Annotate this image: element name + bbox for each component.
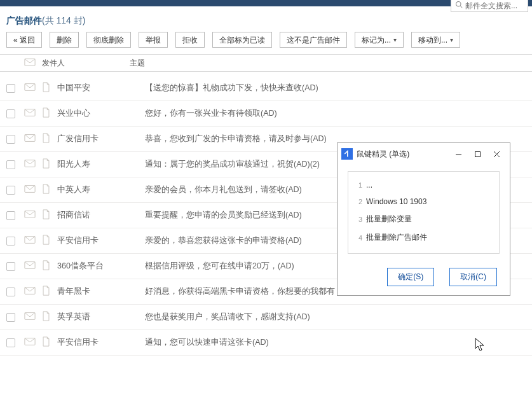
envelope-icon <box>24 159 36 170</box>
file-icon <box>42 286 50 298</box>
option-number: 2 <box>356 198 362 205</box>
global-search[interactable] <box>451 0 528 12</box>
column-subject[interactable]: 主题 <box>130 58 527 69</box>
macro-dialog: 鼠键精灵 (单选) 1...2Windows 10 19033批量删除变量4批量… <box>337 142 510 296</box>
mail-sender: 360借条平台 <box>57 261 145 272</box>
file-icon <box>42 209 50 221</box>
reject-button[interactable]: 拒收 <box>175 32 205 48</box>
file-icon <box>42 184 50 196</box>
option-list: 1...2Windows 10 19033批量删除变量4批量删除广告邮件 <box>348 171 500 254</box>
option-item[interactable]: 2Windows 10 1903 <box>355 193 493 210</box>
mail-sender: 英孚英语 <box>57 312 145 322</box>
row-checkbox[interactable] <box>6 211 15 220</box>
row-checkbox[interactable] <box>6 338 15 347</box>
file-icon <box>42 82 50 94</box>
mark-as-label: 标记为... <box>362 35 391 45</box>
mail-subject: 您也是获奖用户，奖品请收下，感谢支持(AD) <box>145 312 527 322</box>
close-button[interactable] <box>487 148 506 160</box>
file-icon <box>42 158 50 170</box>
file-icon <box>42 235 50 247</box>
envelope-icon <box>24 235 36 246</box>
envelope-icon <box>24 312 36 322</box>
option-number: 4 <box>356 234 362 242</box>
file-icon <box>42 336 50 349</box>
search-input[interactable] <box>465 1 524 10</box>
mail-subject: 您好，你有一张兴业卡有待领取(AD) <box>145 108 527 119</box>
row-checkbox[interactable] <box>6 237 15 246</box>
option-label: 批量删除变量 <box>366 214 412 225</box>
header-envelope-icon <box>24 58 42 69</box>
mail-list-header: 发件人 主题 <box>0 54 532 72</box>
envelope-icon <box>24 286 36 297</box>
row-checkbox[interactable] <box>6 160 15 169</box>
option-label: 批量删除广告邮件 <box>366 232 427 243</box>
mail-sender: 青年黑卡 <box>57 286 145 297</box>
file-icon <box>42 260 50 272</box>
mail-row[interactable]: 兴业中心您好，你有一张兴业卡有待领取(AD) <box>0 101 532 127</box>
option-label: ... <box>366 181 372 190</box>
mail-sender: 招商信诺 <box>57 210 145 221</box>
column-sender[interactable]: 发件人 <box>42 58 130 69</box>
folder-count: (共 114 封) <box>42 15 85 25</box>
folder-title: 广告邮件 <box>6 15 42 25</box>
row-checkbox[interactable] <box>6 186 15 195</box>
envelope-icon <box>24 184 36 195</box>
chevron-down-icon: ▾ <box>393 35 397 45</box>
mail-sender: 广发信用卡 <box>57 134 145 144</box>
mark-as-button[interactable]: 标记为...▾ <box>355 32 404 48</box>
row-checkbox[interactable] <box>6 135 15 144</box>
row-checkbox[interactable] <box>6 109 15 118</box>
option-item[interactable]: 4批量删除广告邮件 <box>355 228 493 247</box>
maximize-button[interactable] <box>468 148 487 160</box>
move-to-label: 移动到... <box>418 35 447 45</box>
delete-button[interactable]: 删除 <box>50 32 79 48</box>
file-icon <box>42 311 50 323</box>
mark-all-read-button[interactable]: 全部标为已读 <box>212 32 272 48</box>
option-item[interactable]: 3批量删除变量 <box>355 210 493 228</box>
envelope-icon <box>24 83 36 94</box>
search-icon <box>455 1 463 10</box>
mail-toolbar: « 返回 删除 彻底删除 举报 拒收 全部标为已读 这不是广告邮件 标记为...… <box>0 32 532 54</box>
row-checkbox[interactable] <box>6 288 15 296</box>
svg-rect-15 <box>475 151 480 156</box>
row-checkbox[interactable] <box>6 313 15 322</box>
file-icon <box>42 107 50 120</box>
file-icon <box>42 133 50 145</box>
ok-button[interactable]: 确定(S) <box>387 268 434 286</box>
dialog-titlebar[interactable]: 鼠键精灵 (单选) <box>338 143 510 165</box>
report-button[interactable]: 举报 <box>139 32 168 48</box>
minimize-button[interactable] <box>449 148 468 160</box>
hard-delete-button[interactable]: 彻底删除 <box>86 32 131 48</box>
option-number: 3 <box>356 216 362 223</box>
mail-sender: 中英人寿 <box>57 184 145 195</box>
row-checkbox[interactable] <box>6 84 15 93</box>
mail-row[interactable]: 英孚英语您也是获奖用户，奖品请收下，感谢支持(AD) <box>0 305 532 330</box>
dialog-title: 鼠键精灵 (单选) <box>357 149 449 160</box>
option-item[interactable]: 1... <box>355 177 493 193</box>
back-button[interactable]: « 返回 <box>6 32 42 48</box>
mail-sender: 平安信用卡 <box>57 337 145 348</box>
mail-sender: 兴业中心 <box>57 108 145 119</box>
mail-row[interactable]: 中国平安【送您的惊喜】礼物成功下发，快快来查收(AD) <box>0 76 532 101</box>
option-label: Windows 10 1903 <box>366 197 426 206</box>
chevron-down-icon: ▾ <box>450 35 453 45</box>
mail-subject: 通知，您可以快速申请这张卡(AD) <box>145 337 527 348</box>
mail-sender: 平安信用卡 <box>57 235 145 246</box>
not-ad-button[interactable]: 这不是广告邮件 <box>280 32 347 48</box>
move-to-button[interactable]: 移动到...▾ <box>411 32 460 48</box>
envelope-icon <box>24 261 36 272</box>
row-checkbox[interactable] <box>6 262 15 271</box>
mail-row[interactable]: 平安信用卡通知，您可以快速申请这张卡(AD) <box>0 330 532 356</box>
mail-subject: 【送您的惊喜】礼物成功下发，快快来查收(AD) <box>145 83 527 94</box>
svg-line-1 <box>460 6 462 8</box>
option-number: 1 <box>356 181 362 189</box>
envelope-icon <box>24 210 36 221</box>
app-logo-icon <box>341 148 353 160</box>
cancel-button[interactable]: 取消(C) <box>449 268 497 286</box>
envelope-icon <box>24 134 36 144</box>
mail-sender: 阳光人寿 <box>57 159 145 170</box>
envelope-icon <box>24 108 36 119</box>
mail-sender: 中国平安 <box>57 83 145 94</box>
svg-point-0 <box>456 2 461 7</box>
envelope-icon <box>24 337 36 348</box>
